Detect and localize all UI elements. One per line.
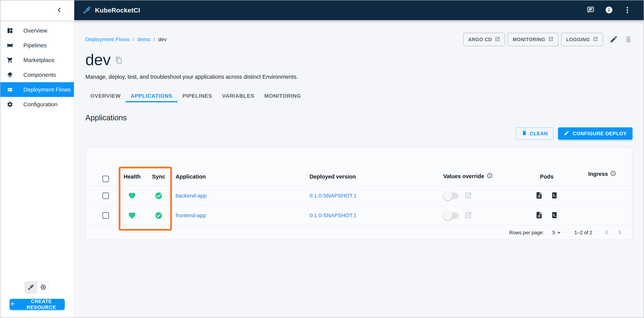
- overflow-menu-button[interactable]: [623, 6, 631, 15]
- logging-link-button[interactable]: LOGGING: [561, 33, 603, 46]
- create-resource-button[interactable]: CREATE RESOURCE: [10, 299, 65, 310]
- breadcrumb-current: dev: [158, 36, 167, 43]
- brand-logo-icon: [83, 6, 92, 15]
- edit-flow-button[interactable]: [610, 35, 618, 44]
- external-link-icon: [464, 192, 472, 200]
- values-override-toggle[interactable]: [443, 191, 460, 200]
- rows-per-page-value: 5: [552, 230, 555, 236]
- argo-cd-link-button[interactable]: ARGO CD: [463, 33, 505, 46]
- document-icon: [535, 192, 543, 200]
- delete-flow-button[interactable]: [624, 35, 632, 44]
- layers-icon: [6, 72, 14, 78]
- sidebar-footer: CREATE RESOURCE: [0, 281, 74, 317]
- column-header-deployed-version: Deployed version: [306, 174, 432, 186]
- sidebar-item-configuration[interactable]: Configuration: [0, 97, 74, 112]
- breadcrumb: Deployment Flows / demo / dev: [86, 36, 167, 43]
- create-resource-label: CREATE RESOURCE: [18, 298, 65, 310]
- quick-link-label: MONITORING: [513, 37, 545, 42]
- sidebar-item-components[interactable]: Components: [0, 68, 74, 82]
- deployed-version-link[interactable]: 0.1.0-SNAPSHOT.1: [310, 193, 357, 199]
- info-icon[interactable]: [487, 173, 492, 180]
- previous-page-button[interactable]: [604, 229, 610, 236]
- sidebar-item-deployment-flows[interactable]: Deployment Flows: [0, 82, 74, 97]
- external-link-icon: [548, 36, 554, 43]
- sidebar-item-label: Marketplace: [23, 57, 54, 63]
- quill-icon: [28, 284, 34, 291]
- select-all-checkbox[interactable]: [102, 176, 109, 182]
- deployed-version-link[interactable]: 0.1.0-SNAPSHOT.1: [310, 212, 357, 218]
- sidebar-item-marketplace[interactable]: Marketplace: [0, 53, 74, 68]
- pencil-icon: [610, 35, 618, 44]
- sidebar: Overview Pipelines Marketplace Component…: [0, 1, 74, 317]
- clean-label: CLEAN: [530, 131, 548, 137]
- sidebar-header: [0, 1, 74, 20]
- breadcrumb-separator: /: [132, 36, 134, 43]
- brand-name: KubeRocketCI: [95, 7, 140, 14]
- clean-button[interactable]: CLEAN: [516, 127, 554, 140]
- sidebar-collapse-button[interactable]: [54, 5, 65, 16]
- page-title: dev: [86, 51, 111, 68]
- sidebar-item-label: Overview: [23, 27, 47, 34]
- application-link[interactable]: backend-app: [176, 193, 206, 199]
- breadcrumb-separator: /: [154, 36, 155, 43]
- table-pagination: Rows per page: 5 1–2 of 2: [86, 225, 632, 240]
- info-button[interactable]: [605, 6, 613, 15]
- row-checkbox[interactable]: [102, 212, 109, 219]
- sidebar-item-overview[interactable]: Overview: [0, 23, 74, 38]
- feedback-button[interactable]: [586, 6, 594, 15]
- sidebar-item-label: Configuration: [23, 101, 58, 108]
- copy-name-button[interactable]: [115, 57, 122, 64]
- row-checkbox[interactable]: [102, 192, 109, 199]
- sidebar-item-label: Components: [23, 72, 56, 78]
- quick-actions: ARGO CD MONITORING LOGGING: [460, 33, 632, 46]
- pod-details-button[interactable]: [535, 211, 543, 219]
- column-header-sync: Sync: [146, 174, 172, 186]
- pod-terminal-button[interactable]: [550, 211, 558, 219]
- chevron-right-icon: [616, 229, 623, 236]
- terminal-icon: [550, 211, 558, 219]
- monitoring-link-button[interactable]: MONITORING: [508, 33, 558, 46]
- topbar: KubeRocketCI: [74, 1, 644, 20]
- column-header-pods: Pods: [514, 174, 579, 186]
- sidebar-item-label: Pipelines: [23, 42, 47, 49]
- topbar-actions: [586, 6, 631, 15]
- values-override-toggle[interactable]: [443, 211, 460, 220]
- pod-details-button[interactable]: [535, 192, 543, 200]
- brand: KubeRocketCI: [83, 6, 140, 15]
- configure-deploy-label: CONFIGURE DEPLOY: [572, 131, 627, 137]
- terminal-icon: [550, 192, 558, 200]
- pod-terminal-button[interactable]: [550, 192, 558, 200]
- external-link-icon: [593, 36, 598, 43]
- app-window: Overview Pipelines Marketplace Component…: [0, 0, 644, 318]
- tab-pipelines[interactable]: PIPELINES: [178, 91, 217, 102]
- sync-synced-icon: [146, 192, 172, 200]
- sidebar-item-label: Deployment Flows: [23, 86, 71, 93]
- cart-icon: [6, 57, 14, 64]
- plus-icon: [10, 301, 15, 308]
- kubernetes-logo-button[interactable]: [37, 282, 50, 293]
- applications-table-card: Health Sync Application Deployed version…: [86, 147, 632, 240]
- column-header-values-override: Values override: [443, 173, 484, 179]
- dashboard-icon: [6, 27, 14, 34]
- configure-deploy-button[interactable]: CONFIGURE DEPLOY: [558, 127, 632, 140]
- caret-down-icon: [558, 232, 560, 234]
- info-icon: [605, 6, 613, 15]
- rows-per-page-select[interactable]: 5: [552, 230, 560, 236]
- sidebar-item-pipelines[interactable]: Pipelines: [0, 38, 74, 53]
- tab-applications[interactable]: APPLICATIONS: [126, 91, 177, 102]
- breadcrumb-demo[interactable]: demo: [137, 36, 150, 43]
- tab-overview[interactable]: OVERVIEW: [86, 91, 126, 102]
- quill-logo-button[interactable]: [25, 282, 37, 293]
- info-icon[interactable]: [610, 170, 616, 178]
- column-header-ingress: Ingress: [588, 171, 608, 177]
- next-page-button[interactable]: [616, 229, 623, 236]
- column-header-application: Application: [172, 174, 306, 186]
- pipelines-icon: [6, 42, 14, 49]
- tab-variables[interactable]: VARIABLES: [217, 91, 260, 102]
- application-link[interactable]: frontend-app: [176, 212, 206, 218]
- sync-synced-icon: [146, 211, 172, 219]
- table-header-row: Health Sync Application Deployed version…: [86, 148, 632, 186]
- pencil-icon: [564, 130, 570, 137]
- breadcrumb-deployment-flows[interactable]: Deployment Flows: [86, 36, 130, 43]
- tab-monitoring[interactable]: MONITORING: [260, 91, 306, 102]
